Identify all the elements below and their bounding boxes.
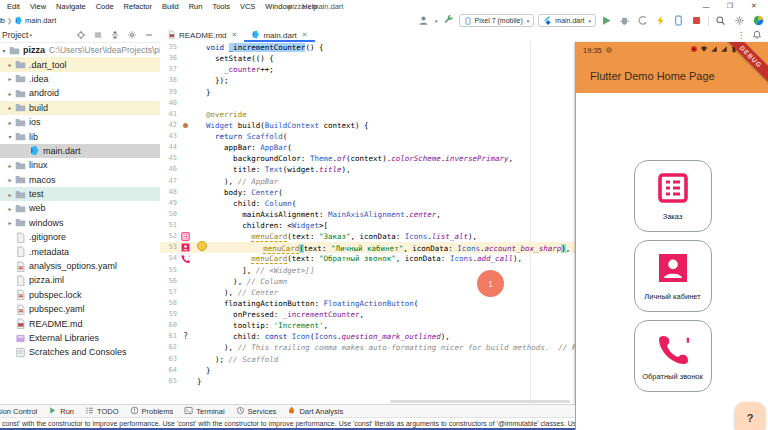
menu-view[interactable]: View xyxy=(25,1,51,12)
tree-item-readme-md[interactable]: README.md xyxy=(0,316,160,330)
run-icon[interactable] xyxy=(600,14,613,27)
menu-tools[interactable]: Tools xyxy=(207,1,235,12)
menu-run[interactable]: Run xyxy=(184,1,208,12)
user-icon[interactable] xyxy=(417,14,430,27)
gear-icon[interactable] xyxy=(126,30,137,41)
expand-arrow-icon[interactable]: ▾ xyxy=(0,47,8,54)
tree-item-android[interactable]: ▸android xyxy=(0,86,160,100)
tool-window-button-dart-analysis[interactable]: Dart Analysis xyxy=(287,406,343,417)
code-line-44[interactable]: 44 appBar: AppBar( xyxy=(160,142,575,153)
tool-window-button-problems[interactable]: Problems xyxy=(130,406,174,417)
expand-icon[interactable] xyxy=(92,30,103,41)
code-line-64[interactable]: 64 } xyxy=(160,365,575,376)
code-line-58[interactable]: 58 floatingActionButton: FloatingActionB… xyxy=(160,298,575,309)
code-line-47[interactable]: 47 ), // AppBar xyxy=(160,176,575,187)
code-line-36[interactable]: 36 setState(() { xyxy=(160,53,575,64)
device-selector[interactable]: Pixel 7 (mobile) ▾ xyxy=(459,14,535,27)
bolt-icon[interactable] xyxy=(654,14,667,27)
code-line-41[interactable]: 41 @override xyxy=(160,109,575,120)
tab-readme.md[interactable]: README.md✕ xyxy=(160,28,244,42)
code-line-54[interactable]: 54 menuCard(text: "Обратный звонок", ico… xyxy=(160,253,575,264)
code-editor[interactable]: 35 void _incrementCounter() {36 setState… xyxy=(160,42,575,404)
tree-item-analysis-options-yaml[interactable]: analysis_options.yaml xyxy=(0,259,160,273)
tool-window-button-todo[interactable]: TODO xyxy=(85,406,119,417)
tree-item-linux[interactable]: ▸linux xyxy=(0,158,160,172)
project-header-label[interactable]: Project xyxy=(2,30,28,40)
maximize-button[interactable]: ❐ xyxy=(718,0,742,12)
search-icon[interactable] xyxy=(714,14,727,27)
bug-icon[interactable] xyxy=(618,14,631,27)
tab-options-icon[interactable]: ⋮ xyxy=(737,31,745,40)
tree-item--gitignore[interactable]: .gitignore xyxy=(0,230,160,244)
tree-item-build[interactable]: ▸build xyxy=(0,101,160,115)
close-icon[interactable]: ✕ xyxy=(302,31,308,39)
minimize-button[interactable]: — xyxy=(694,0,718,12)
stop-icon[interactable] xyxy=(690,14,703,27)
code-line-43[interactable]: 43 return Scaffold( xyxy=(160,131,575,142)
run-config-selector[interactable]: main.dart ▾ xyxy=(538,14,596,27)
tool-window-button-run[interactable]: Run xyxy=(48,406,74,417)
attach-icon[interactable] xyxy=(636,14,649,27)
code-line-35[interactable]: 35 void _incrementCounter() { xyxy=(160,42,575,53)
tree-item--metadata[interactable]: .metadata xyxy=(0,244,160,258)
code-line-55[interactable]: 55 ], // <Widget>[] xyxy=(160,265,575,276)
code-line-57[interactable]: 57 ), // Center xyxy=(160,287,575,298)
breadcrumb-lib[interactable]: lib xyxy=(0,16,5,25)
menu-card-account-box[interactable]: Личный кабинет xyxy=(634,240,712,312)
menu-card-list-alt[interactable]: Заказ xyxy=(634,160,712,232)
tree-item-macos[interactable]: ▸macos xyxy=(0,173,160,187)
menu-edit[interactable]: Edit xyxy=(2,1,25,12)
menu-vcs[interactable]: VCS xyxy=(235,1,260,12)
intention-bulb-icon[interactable] xyxy=(197,241,207,251)
close-button[interactable]: ✕ xyxy=(742,0,766,12)
code-line-38[interactable]: 38 }); xyxy=(160,75,575,86)
menu-build[interactable]: Build xyxy=(157,1,184,12)
menu-card-add-call[interactable]: Обратный звонок xyxy=(634,320,712,392)
code-line-53[interactable]: 53 menuCard(text: "Личный кабинет", icon… xyxy=(160,242,575,253)
tree-item--idea[interactable]: ▸.idea xyxy=(0,72,160,86)
code-line-49[interactable]: 49 child: Column( xyxy=(160,198,575,209)
code-line-37[interactable]: 37 _counter++; xyxy=(160,64,575,75)
code-line-63[interactable]: 63 ); // Scaffold xyxy=(160,354,575,365)
tool-window-button-terminal[interactable]: Terminal xyxy=(184,406,224,417)
code-line-61[interactable]: 61? child: const Icon(Icons.question_mar… xyxy=(160,331,575,342)
tool-window-button-services[interactable]: Services xyxy=(236,406,277,417)
horizontal-scrollbar[interactable] xyxy=(390,400,570,403)
tree-item-external-libraries[interactable]: External Libraries xyxy=(0,331,160,345)
floating-action-button[interactable]: ? xyxy=(735,402,765,430)
bell-icon[interactable] xyxy=(752,30,762,40)
menu-navigate[interactable]: Navigate xyxy=(51,1,91,12)
tree-item-windows[interactable]: ▸windows xyxy=(0,216,160,230)
code-line-42[interactable]: 42 Widget build(BuildContext context) { xyxy=(160,120,575,131)
close-icon[interactable]: ✕ xyxy=(232,31,238,39)
tree-item-scratches-and-consoles[interactable]: Scratches and Consoles xyxy=(0,345,160,359)
tree-item-ios[interactable]: ▸ios xyxy=(0,115,160,129)
code-line-46[interactable]: 46 title: Text(widget.title), xyxy=(160,164,575,175)
collapse-icon[interactable] xyxy=(109,30,120,41)
code-line-56[interactable]: 56 ), // Column xyxy=(160,276,575,287)
tab-main.dart[interactable]: main.dart✕ xyxy=(244,28,314,42)
code-line-48[interactable]: 48 body: Center( xyxy=(160,187,575,198)
tree-item-test[interactable]: ▸test xyxy=(0,187,160,201)
ball-icon[interactable] xyxy=(752,14,765,27)
breadcrumb[interactable]: lib ❯ main.dart xyxy=(0,16,56,25)
tree-item-main-dart[interactable]: main.dart xyxy=(0,144,160,158)
device-icon[interactable] xyxy=(672,14,685,27)
menu-code[interactable]: Code xyxy=(91,1,119,12)
code-line-65[interactable]: 65} xyxy=(160,376,575,387)
tree-item-pizza-iml[interactable]: pizza.iml xyxy=(0,273,160,287)
tree-item-web[interactable]: ▸web xyxy=(0,201,160,215)
breadcrumb-file[interactable]: main.dart xyxy=(25,16,56,25)
tree-item-lib[interactable]: ▾lib xyxy=(0,129,160,143)
code-line-45[interactable]: 45 backgroundColor: Theme.of(context).co… xyxy=(160,153,575,164)
code-line-50[interactable]: 50 mainAxisAlignment: MainAxisAlignment.… xyxy=(160,209,575,220)
menu-refactor[interactable]: Refactor xyxy=(119,1,157,12)
code-line-62[interactable]: 62 ), // This trailing comma makes auto-… xyxy=(160,342,575,353)
tree-item--dart-tool[interactable]: ▸.dart_tool xyxy=(0,57,160,71)
code-line-59[interactable]: 59 onPressed: _incrementCounter, xyxy=(160,309,575,320)
tree-item-pubspec-yaml[interactable]: pubspec.yaml xyxy=(0,302,160,316)
code-line-40[interactable]: 40 xyxy=(160,98,575,109)
code-line-60[interactable]: 60 tooltip: 'Increment', xyxy=(160,320,575,331)
code-line-39[interactable]: 39 } xyxy=(160,87,575,98)
code-line-51[interactable]: 51 children: <Widget>[ xyxy=(160,220,575,231)
